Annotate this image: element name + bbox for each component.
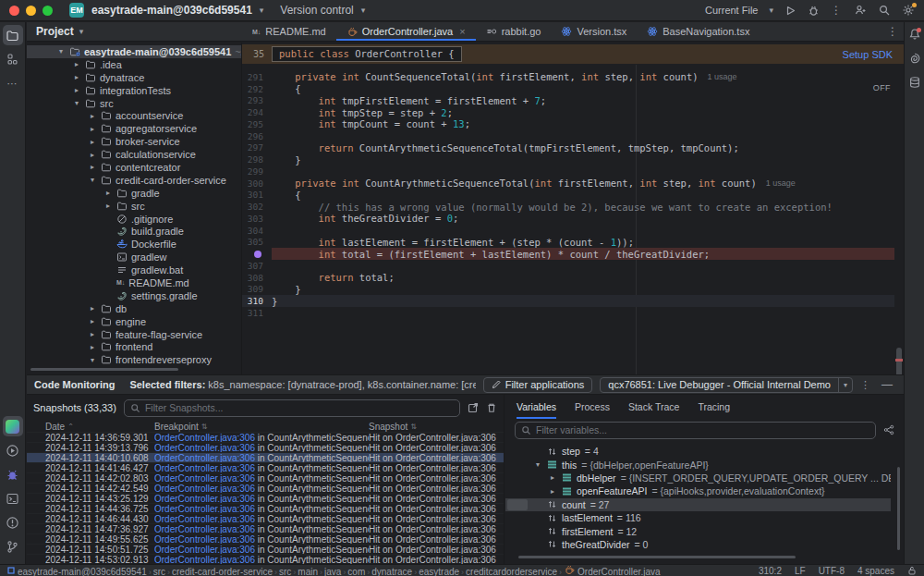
- snapshot-filter-input[interactable]: [145, 402, 454, 413]
- variables-filter[interactable]: [515, 422, 876, 439]
- code-line[interactable]: 301 {: [242, 190, 894, 202]
- terminal-tool-icon[interactable]: [3, 488, 23, 509]
- line-number[interactable]: 302: [242, 202, 272, 212]
- tree-item[interactable]: ▾credit-card-order-service: [27, 174, 241, 187]
- breadcrumb-item[interactable]: com: [347, 567, 365, 576]
- breadcrumb-item[interactable]: main: [298, 567, 318, 576]
- line-number[interactable]: 297: [242, 142, 272, 153]
- tree-item[interactable]: gradlew: [27, 251, 241, 263]
- code-line[interactable]: 303 int theGreatDivider = 0;: [242, 213, 894, 225]
- code-line[interactable]: 308 return total;: [242, 272, 894, 284]
- usage-hint[interactable]: 1 usage: [766, 178, 796, 188]
- variables-filter-input[interactable]: [536, 424, 869, 435]
- breadcrumb-item[interactable]: dynatrace: [371, 567, 412, 576]
- chevron-right-icon[interactable]: ▸: [103, 189, 113, 197]
- chevron-right-icon[interactable]: ▸: [88, 163, 97, 171]
- tree-item[interactable]: ▸aggregatorservice: [27, 122, 241, 135]
- close-tab-icon[interactable]: ×: [459, 26, 465, 37]
- variable-row[interactable]: lastElement = 116: [505, 511, 891, 524]
- breakpoint-link[interactable]: OrderController.java:306: [154, 463, 255, 472]
- chevron-right-icon[interactable]: ▸: [548, 473, 557, 482]
- open-in-new-icon[interactable]: [468, 402, 479, 413]
- chevron-right-icon[interactable]: ▸: [88, 304, 97, 313]
- code-line[interactable]: 299: [242, 165, 894, 178]
- breakpoint-link[interactable]: OrderController.java:306: [154, 534, 255, 544]
- variable-row[interactable]: ▸openFeatureAPI = {apiHooks,provider,eva…: [505, 484, 891, 497]
- tree-item[interactable]: ▾easytrade-main@039c6d59541 ~/Downloads/…: [27, 45, 241, 58]
- code-line[interactable]: 307: [242, 260, 894, 272]
- editor-tab[interactable]: Version.tsx: [551, 22, 637, 41]
- tree-item[interactable]: ▸broker-service: [27, 135, 241, 148]
- structure-tool-icon[interactable]: [3, 49, 23, 69]
- snapshot-row[interactable]: 2024-12-11 14:53:02.913OrderController.j…: [27, 555, 504, 564]
- chevron-down-icon[interactable]: ▾: [88, 176, 97, 184]
- code-line[interactable]: 294 int tmpStep = step + 2;: [242, 106, 894, 118]
- variable-row[interactable]: firstElement = 12: [505, 524, 891, 537]
- chevron-right-icon[interactable]: ▸: [88, 330, 97, 338]
- tree-item[interactable]: ▸src: [27, 200, 241, 213]
- project-tool-icon[interactable]: [3, 25, 23, 45]
- line-number[interactable]: 296: [242, 131, 272, 141]
- code-line[interactable]: 311: [242, 307, 894, 319]
- line-number[interactable]: 309: [242, 284, 272, 294]
- debugger-select[interactable]: qcx76851: Live Debugger - Official Inter…: [600, 377, 853, 393]
- breadcrumb-item[interactable]: credit-card-order-service: [172, 567, 273, 576]
- chevron-right-icon[interactable]: ▸: [72, 86, 81, 94]
- code-line[interactable]: 292 {: [242, 83, 894, 95]
- run-icon[interactable]: [784, 5, 796, 17]
- line-number[interactable]: 300: [242, 178, 272, 189]
- code-line[interactable]: 291 private int CountSequenceTotal(int f…: [242, 71, 894, 83]
- tree-item[interactable]: .gitignore: [27, 213, 241, 226]
- snapshot-row[interactable]: 2024-12-11 14:44:36.725OrderController.j…: [27, 504, 504, 514]
- snapshot-row[interactable]: 2024-12-11 14:50:51.725OrderController.j…: [27, 545, 504, 555]
- maximize-window-icon[interactable]: [43, 6, 53, 16]
- tab-options-icon[interactable]: ⋮: [887, 25, 898, 38]
- chevron-down-icon[interactable]: ▾: [56, 47, 66, 55]
- code-line[interactable]: 297 return CountArythmeticSequenceTotal(…: [242, 142, 894, 154]
- line-number[interactable]: 298: [242, 154, 272, 165]
- debugger-tab-process[interactable]: Process: [575, 395, 610, 419]
- tree-item[interactable]: ▸feature-flag-service: [27, 328, 241, 341]
- breakpoint-link[interactable]: OrderController.java:306: [154, 545, 255, 554]
- snapshot-row[interactable]: 2024-12-11 14:49:55.625OrderController.j…: [27, 534, 504, 545]
- code-line[interactable]: 295 int tmpCount = count + 13;: [242, 118, 894, 130]
- chevron-down-icon[interactable]: ▾: [533, 460, 542, 469]
- tree-item[interactable]: ▸accountservice: [27, 109, 241, 122]
- delete-icon[interactable]: [486, 402, 497, 413]
- chevron-right-icon[interactable]: ▸: [548, 487, 557, 496]
- debugger-tab-tracing[interactable]: Tracing: [698, 395, 730, 419]
- ai-assistant-icon[interactable]: [908, 52, 921, 65]
- tree-item[interactable]: ▸calculationservice: [27, 148, 241, 161]
- snapshot-row[interactable]: 2024-12-11 14:47:36.927OrderController.j…: [27, 524, 504, 534]
- variables-vertical-scrollbar[interactable]: [897, 467, 900, 550]
- code-line[interactable]: 310}: [242, 295, 894, 307]
- tree-item[interactable]: gradlew.bat: [27, 263, 241, 276]
- snapshot-row[interactable]: 2024-12-11 14:43:25.129OrderController.j…: [27, 494, 504, 504]
- chevron-right-icon[interactable]: ▸: [88, 317, 97, 325]
- editor-tab[interactable]: M↓README.md: [242, 22, 336, 41]
- chevron-right-icon[interactable]: ▸: [88, 138, 97, 146]
- breakpoint-link[interactable]: OrderController.java:306: [154, 433, 255, 442]
- line-number[interactable]: 311: [242, 308, 272, 318]
- setup-sdk-link[interactable]: Setup SDK: [843, 49, 904, 60]
- line-number[interactable]: 303: [242, 214, 272, 224]
- editor-tab[interactable]: OrderController.java×: [336, 22, 476, 41]
- code-line[interactable]: 309 }: [242, 284, 894, 296]
- column-header-snapshot[interactable]: Snapshot⇅: [369, 421, 504, 432]
- tree-item[interactable]: ▸engine: [27, 315, 241, 328]
- code-line[interactable]: 293 int tmpFirstElement = firstElement +…: [242, 95, 894, 107]
- debugger-tab-stack-trace[interactable]: Stack Trace: [628, 395, 679, 419]
- variable-row[interactable]: theGreatDivider = 0: [505, 538, 891, 551]
- problems-tool-icon[interactable]: [3, 512, 23, 533]
- breadcrumb-item[interactable]: creditcardorderservice: [466, 567, 557, 576]
- run-configuration-select[interactable]: Current File: [705, 5, 758, 16]
- variable-row[interactable]: ▾this = {dbHelper,openFeatureAPI}: [505, 458, 891, 471]
- debugger-tab-variables[interactable]: Variables: [517, 395, 556, 419]
- code-with-me-icon[interactable]: [854, 4, 867, 17]
- column-header-date[interactable]: Date⌃: [45, 421, 154, 432]
- chevron-right-icon[interactable]: ▸: [103, 202, 113, 210]
- breadcrumb-file[interactable]: OrderController.java: [578, 567, 660, 576]
- minimize-window-icon[interactable]: [26, 6, 36, 16]
- tree-item[interactable]: build.gradle: [27, 225, 241, 238]
- breadcrumb-item[interactable]: easytrade-main@039c6d59541: [18, 567, 147, 576]
